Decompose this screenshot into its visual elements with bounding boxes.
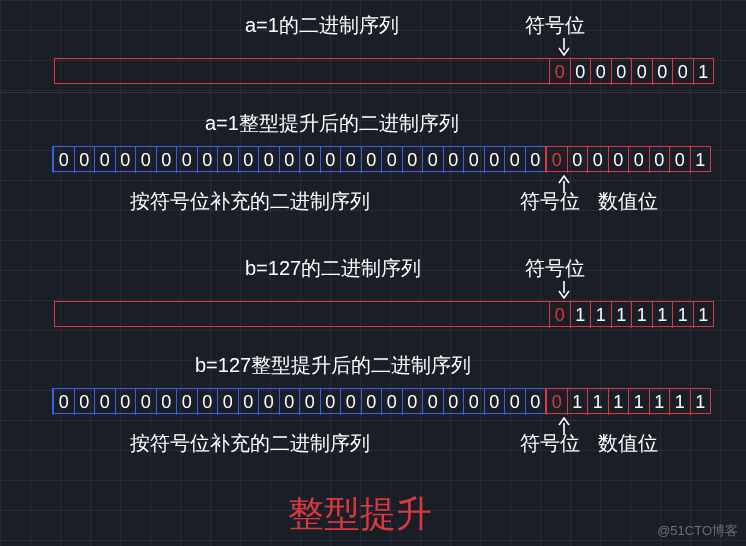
bit-cell: 0 [217, 147, 238, 173]
bit-cell: 0 [587, 147, 608, 173]
bit-cell: 1 [628, 389, 649, 415]
b-promote-label: b=127整型提升后的二进制序列 [195, 352, 471, 379]
bit-cell: 0 [504, 389, 525, 415]
bit-cell: 0 [546, 147, 567, 173]
bit-cell: 0 [361, 389, 382, 415]
bit-cell: 0 [320, 147, 341, 173]
bit-cell: 0 [672, 59, 693, 85]
bit-cell: 0 [402, 147, 423, 173]
bit-cell: 0 [567, 147, 588, 173]
bit-cell: 0 [258, 389, 279, 415]
bit-cell: 0 [135, 147, 156, 173]
a-header-label: a=1的二进制序列 [245, 12, 399, 39]
a-pad-bits: 000000000000000000000000 [52, 146, 546, 172]
arrow-down-icon [558, 38, 570, 54]
b-8bit-row: 01111111 [54, 301, 714, 327]
bit-cell: 0 [238, 389, 259, 415]
bit-cell: 1 [608, 389, 629, 415]
b-value-bits: 01111111 [545, 388, 711, 414]
bit-cell: 0 [156, 389, 177, 415]
bit-cell: 0 [402, 389, 423, 415]
bit-cell: 0 [443, 147, 464, 173]
bit-cell: 1 [693, 302, 714, 328]
bit-cell: 0 [115, 389, 136, 415]
bit-cell: 0 [649, 147, 670, 173]
a-promote-label: a=1整型提升后的二进制序列 [205, 110, 459, 137]
diagram-title: 整型提升 [288, 490, 432, 539]
bit-cell: 1 [587, 389, 608, 415]
bit-cell: 0 [628, 147, 649, 173]
bit-cell: 1 [590, 302, 611, 328]
a-sign-label-top: 符号位 [525, 12, 585, 39]
bit-cell: 0 [238, 147, 259, 173]
bit-cell: 1 [631, 302, 652, 328]
bit-cell: 0 [443, 389, 464, 415]
bit-cell: 1 [672, 302, 693, 328]
a-8bit-row: 00000001 [54, 58, 714, 84]
b-value-label: 数值位 [598, 430, 658, 457]
a-32bit-row: 000000000000000000000000 00000001 [52, 146, 711, 172]
bit-cell: 0 [463, 389, 484, 415]
bit-cell: 0 [94, 147, 115, 173]
bit-cell: 1 [669, 389, 690, 415]
b-sign-label-top: 符号位 [525, 255, 585, 282]
bit-cell: 0 [546, 389, 567, 415]
watermark: @51CTO博客 [657, 522, 738, 540]
bit-cell: 0 [135, 389, 156, 415]
bit-cell: 1 [693, 59, 714, 85]
bit-cell: 0 [115, 147, 136, 173]
bit-cell: 0 [53, 147, 74, 173]
bit-cell: 0 [94, 389, 115, 415]
bit-cell: 0 [484, 389, 505, 415]
bit-cell: 0 [299, 389, 320, 415]
bit-cell: 0 [176, 389, 197, 415]
bit-cell: 0 [299, 147, 320, 173]
bit-cell: 0 [176, 147, 197, 173]
bit-cell: 0 [525, 389, 546, 415]
bit-cell: 1 [690, 389, 711, 415]
bit-cell: 0 [631, 59, 652, 85]
bit-cell: 0 [74, 389, 95, 415]
bit-cell: 0 [504, 147, 525, 173]
bit-cell: 0 [611, 59, 632, 85]
b-32bit-row: 000000000000000000000000 01111111 [52, 388, 711, 414]
a-pad-label: 按符号位补充的二进制序列 [130, 188, 370, 215]
bit-cell: 0 [197, 147, 218, 173]
bit-cell: 0 [320, 389, 341, 415]
bit-cell: 0 [340, 147, 361, 173]
bit-cell: 0 [74, 147, 95, 173]
bit-cell: 0 [669, 147, 690, 173]
bit-cell: 1 [649, 389, 670, 415]
bit-cell: 0 [422, 147, 443, 173]
b-pad-bits: 000000000000000000000000 [52, 388, 546, 414]
a-sign-label-bottom: 符号位 [520, 188, 580, 215]
bit-cell: 0 [217, 389, 238, 415]
bit-cell: 0 [156, 147, 177, 173]
bit-cell: 0 [463, 147, 484, 173]
arrow-down-icon [558, 281, 570, 297]
a-value-bits: 00000001 [545, 146, 711, 172]
bit-cell: 0 [258, 147, 279, 173]
bit-cell: 0 [484, 147, 505, 173]
bit-cell: 0 [570, 59, 591, 85]
bit-cell: 0 [549, 302, 570, 328]
b-pad-label: 按符号位补充的二进制序列 [130, 430, 370, 457]
bit-cell: 1 [690, 147, 711, 173]
b-sign-label-bottom: 符号位 [520, 430, 580, 457]
bit-cell: 0 [53, 389, 74, 415]
bit-cell: 1 [567, 389, 588, 415]
bit-cell: 1 [570, 302, 591, 328]
bit-cell: 0 [422, 389, 443, 415]
bit-cell: 0 [381, 389, 402, 415]
bit-cell: 0 [340, 389, 361, 415]
bit-cell: 0 [279, 147, 300, 173]
bit-cell: 1 [611, 302, 632, 328]
a-value-label: 数值位 [598, 188, 658, 215]
bit-cell: 0 [197, 389, 218, 415]
bit-cell: 0 [361, 147, 382, 173]
bit-cell: 0 [549, 59, 570, 85]
bit-cell: 0 [381, 147, 402, 173]
bit-cell: 0 [525, 147, 546, 173]
b-header-label: b=127的二进制序列 [245, 255, 421, 282]
bit-cell: 0 [279, 389, 300, 415]
